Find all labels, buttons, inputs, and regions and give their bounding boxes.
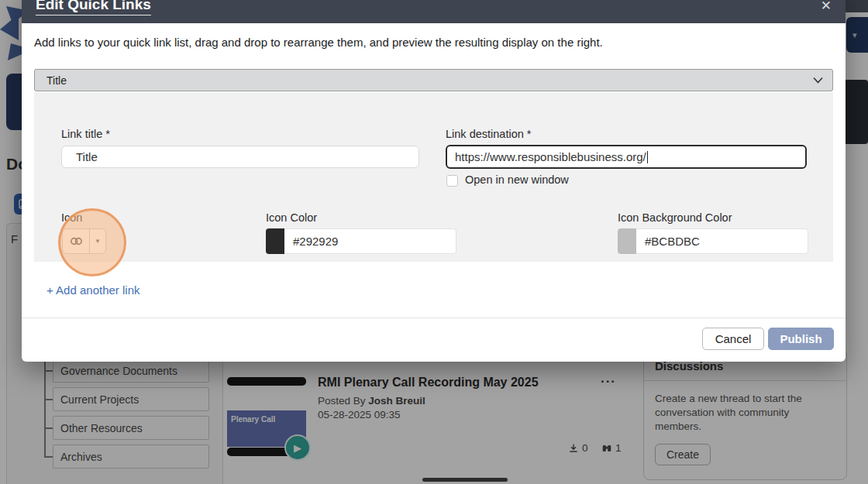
- accordion-title: Title: [46, 74, 67, 87]
- link-destination-label: Link destination *: [446, 128, 531, 140]
- link-title-value: Title: [76, 150, 98, 163]
- icon-picker-button[interactable]: ▼: [62, 228, 106, 254]
- icon-label: Icon: [61, 211, 82, 224]
- icon-picker-caret-icon[interactable]: ▼: [90, 229, 105, 253]
- open-new-window-checkbox[interactable]: [446, 175, 458, 187]
- link-form-panel: Link title * Title Link destination * ht…: [34, 92, 833, 262]
- icon-bg-color-swatch[interactable]: [618, 228, 636, 254]
- text-cursor: [647, 151, 648, 163]
- icon-bg-color-label: Icon Background Color: [618, 211, 732, 224]
- footer-divider: [22, 318, 846, 318]
- publish-button[interactable]: Publish: [768, 328, 834, 350]
- icon-bg-color-field: #BCBDBC: [618, 228, 808, 254]
- icon-bg-color-value: #BCBDBC: [645, 235, 700, 248]
- icon-color-field: #292929: [266, 228, 456, 254]
- icon-color-value: #292929: [293, 235, 338, 248]
- close-icon[interactable]: ✕: [821, 0, 832, 12]
- open-new-window-label: Open in new window: [465, 173, 569, 186]
- edit-quick-links-modal: Edit Quick Links ✕ Add links to your qui…: [22, 0, 846, 362]
- link-title-input[interactable]: Title: [61, 146, 419, 168]
- icon-color-label: Icon Color: [266, 211, 317, 224]
- icon-bg-color-input[interactable]: #BCBDBC: [636, 228, 808, 254]
- link-destination-input[interactable]: https://www.responsiblebusiness.org/: [446, 145, 807, 169]
- chevron-down-icon[interactable]: [813, 77, 823, 84]
- link-title-label: Link title *: [61, 128, 110, 140]
- link-chain-icon[interactable]: [63, 229, 90, 253]
- modal-header: Edit Quick Links ✕: [22, 0, 846, 23]
- icon-color-swatch[interactable]: [266, 228, 284, 254]
- add-another-link-button[interactable]: + Add another link: [46, 283, 140, 297]
- modal-description: Add links to your quick link list, drag …: [34, 36, 603, 49]
- icon-color-input[interactable]: #292929: [284, 228, 456, 254]
- modal-body: Add links to your quick link list, drag …: [22, 23, 846, 362]
- screen: ▾ Do F Governance Documents Current Proj…: [0, 0, 868, 484]
- link-accordion-header[interactable]: Title: [34, 69, 833, 91]
- modal-title: Edit Quick Links: [36, 0, 151, 15]
- cancel-button[interactable]: Cancel: [702, 328, 764, 350]
- link-destination-value: https://www.responsiblebusiness.org/: [455, 150, 646, 163]
